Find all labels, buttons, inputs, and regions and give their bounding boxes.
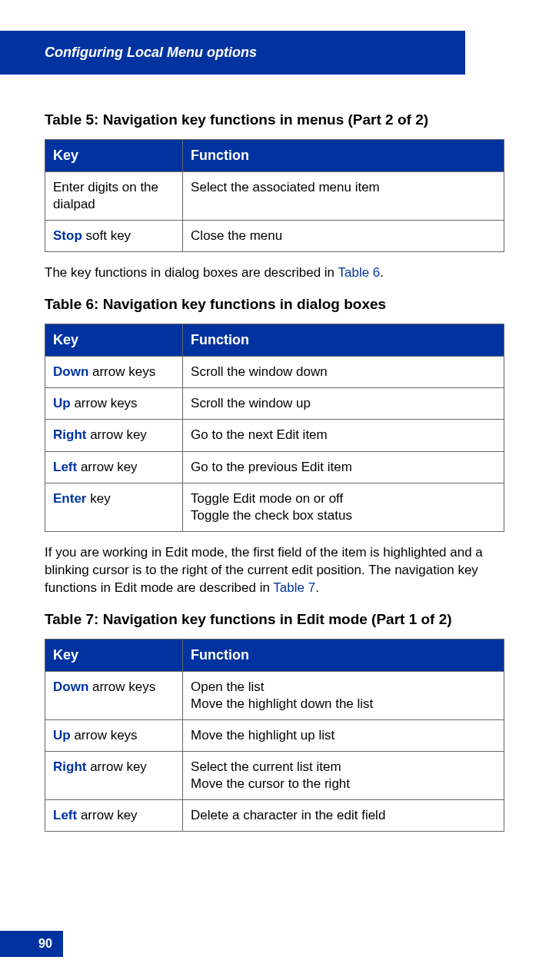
- key-rest-label: key: [86, 491, 110, 506]
- table6-col-key: Key: [45, 324, 183, 357]
- key-cell: Down arrow keys: [45, 357, 183, 388]
- para2-link[interactable]: Table 7: [273, 580, 315, 595]
- page-header-banner: Configuring Local Menu options: [0, 31, 465, 75]
- key-rest-label: arrow keys: [88, 679, 155, 694]
- key-rest-label: arrow key: [77, 808, 137, 822]
- function-cell: Open the listMove the highlight down the…: [183, 671, 504, 719]
- key-cell: Right arrow key: [45, 420, 183, 451]
- table7: Key Function Down arrow keysOpen the lis…: [45, 639, 504, 832]
- table7-col-func: Function: [183, 639, 504, 671]
- function-cell: Go to the next Edit item: [183, 420, 504, 451]
- para2-pre: If you are working in Edit mode, the fir…: [45, 545, 483, 595]
- key-cell: Down arrow keys: [45, 671, 183, 719]
- key-cell: Left arrow key: [45, 800, 183, 832]
- function-cell: Move the highlight up list: [183, 719, 504, 751]
- key-rest-label: Enter digits on the dialpad: [53, 180, 158, 211]
- table7-title: Table 7: Navigation key functions in Edi…: [45, 611, 504, 628]
- key-cell: Enter key: [45, 483, 183, 531]
- key-rest-label: arrow key: [86, 427, 146, 442]
- header-title: Configuring Local Menu options: [45, 45, 257, 60]
- table6: Key Function Down arrow keysScroll the w…: [45, 324, 504, 532]
- para1-post: .: [380, 265, 384, 280]
- page-number-value: 90: [38, 937, 52, 950]
- para1-link[interactable]: Table 6: [338, 265, 380, 280]
- key-bold-label: Down: [53, 364, 88, 379]
- function-cell: Scroll the window up: [183, 388, 504, 420]
- table-row: Down arrow keysScroll the window down: [45, 357, 504, 388]
- table-row: Enter digits on the dialpadSelect the as…: [45, 172, 504, 221]
- table5-body: Enter digits on the dialpadSelect the as…: [45, 172, 504, 252]
- function-cell: Scroll the window down: [183, 357, 504, 388]
- function-cell: Select the associated menu item: [183, 172, 504, 221]
- table7-body: Down arrow keysOpen the listMove the hig…: [45, 671, 504, 832]
- key-bold-label: Stop: [53, 228, 82, 243]
- key-bold-label: Up: [53, 728, 71, 742]
- function-cell: Select the current list itemMove the cur…: [183, 751, 504, 799]
- table5-title: Table 5: Navigation key functions in men…: [45, 111, 504, 128]
- table6-body: Down arrow keysScroll the window downUp …: [45, 357, 504, 532]
- table5: Key Function Enter digits on the dialpad…: [45, 139, 504, 252]
- key-rest-label: arrow key: [86, 759, 146, 774]
- table-row: Stop soft keyClose the menu: [45, 221, 504, 252]
- key-cell: Left arrow key: [45, 451, 183, 483]
- table-row: Enter keyToggle Edit mode on or offToggl…: [45, 483, 504, 531]
- para2-post: .: [315, 580, 319, 595]
- table6-title: Table 6: Navigation key functions in dia…: [45, 296, 504, 313]
- table-row: Up arrow keysMove the highlight up list: [45, 719, 504, 751]
- key-bold-label: Up: [53, 396, 71, 410]
- table5-col-key: Key: [45, 140, 183, 172]
- key-rest-label: arrow keys: [71, 396, 138, 410]
- paragraph-2: If you are working in Edit mode, the fir…: [45, 544, 504, 597]
- key-cell: Enter digits on the dialpad: [45, 172, 183, 221]
- table6-col-func: Function: [183, 324, 504, 357]
- key-cell: Stop soft key: [45, 221, 183, 252]
- key-rest-label: arrow key: [77, 460, 137, 474]
- para1-pre: The key functions in dialog boxes are de…: [45, 265, 338, 280]
- key-bold-label: Right: [53, 427, 86, 442]
- function-cell: Delete a character in the edit field: [183, 800, 504, 832]
- key-bold-label: Right: [53, 759, 86, 774]
- key-rest-label: soft key: [82, 228, 131, 243]
- main-content: Table 5: Navigation key functions in men…: [0, 75, 549, 832]
- function-cell: Toggle Edit mode on or offToggle the che…: [183, 483, 504, 531]
- table-row: Left arrow keyDelete a character in the …: [45, 800, 504, 832]
- table-row: Down arrow keysOpen the listMove the hig…: [45, 671, 504, 719]
- key-rest-label: arrow keys: [71, 728, 138, 742]
- page-number: 90: [0, 931, 63, 957]
- key-bold-label: Enter: [53, 491, 86, 506]
- table-row: Right arrow keySelect the current list i…: [45, 751, 504, 799]
- table5-col-func: Function: [183, 140, 504, 172]
- key-bold-label: Left: [53, 808, 77, 822]
- table-row: Left arrow keyGo to the previous Edit it…: [45, 451, 504, 483]
- key-cell: Up arrow keys: [45, 388, 183, 420]
- key-cell: Up arrow keys: [45, 719, 183, 751]
- table7-col-key: Key: [45, 639, 183, 671]
- key-cell: Right arrow key: [45, 751, 183, 799]
- table-row: Up arrow keysScroll the window up: [45, 388, 504, 420]
- function-cell: Close the menu: [183, 221, 504, 252]
- function-cell: Go to the previous Edit item: [183, 451, 504, 483]
- key-bold-label: Left: [53, 460, 77, 474]
- key-rest-label: arrow keys: [88, 364, 155, 379]
- key-bold-label: Down: [53, 679, 88, 694]
- table-row: Right arrow keyGo to the next Edit item: [45, 420, 504, 451]
- paragraph-1: The key functions in dialog boxes are de…: [45, 264, 504, 282]
